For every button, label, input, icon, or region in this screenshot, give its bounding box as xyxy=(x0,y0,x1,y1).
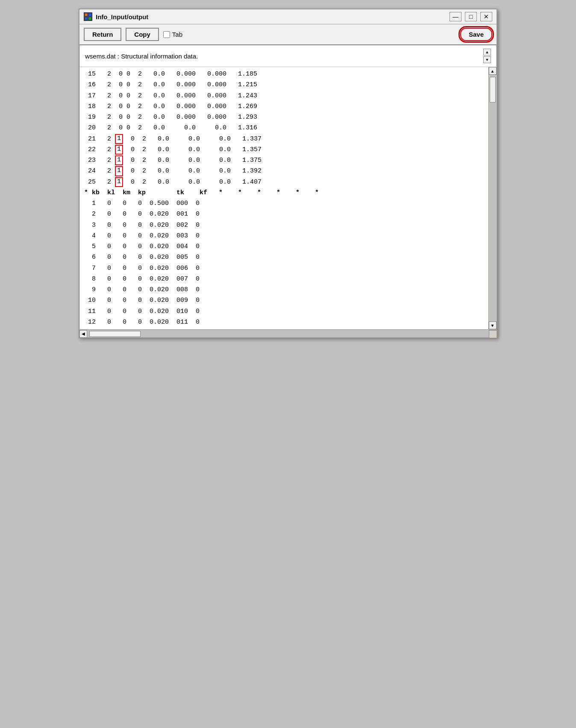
table-row: 11 0 0 0 0.020 010 0 xyxy=(80,306,488,317)
table-row: 22 2 1 0 2 0.0 0.0 0.0 1.357 xyxy=(80,144,488,155)
content-area: 15 2 0 0 2 0.0 0.000 0.000 1.185 16 2 0 … xyxy=(79,67,497,330)
svg-rect-3 xyxy=(88,17,91,20)
h-scroll-left-button[interactable]: ◀ xyxy=(79,330,87,338)
table-row: 23 2 1 0 2 0.0 0.0 0.0 1.375 xyxy=(80,155,488,166)
top-rows-section: 15 2 0 0 2 0.0 0.000 0.000 1.185 16 2 0 … xyxy=(80,69,488,187)
scroll-up-arrow[interactable]: ▲ xyxy=(483,49,491,56)
svg-rect-1 xyxy=(88,13,91,16)
toolbar: Return Copy Tab Save xyxy=(79,24,497,45)
h-scroll-thumb[interactable] xyxy=(89,331,141,337)
table-row: 18 2 0 0 2 0.0 0.000 0.000 1.269 xyxy=(80,101,488,112)
close-button[interactable]: ✕ xyxy=(480,12,492,21)
tab-checkbox-area: Tab xyxy=(163,31,182,38)
table-row: 17 2 0 0 2 0.0 0.000 0.000 1.243 xyxy=(80,91,488,101)
table-row: 16 2 0 0 2 0.0 0.000 0.000 1.215 xyxy=(80,79,488,90)
info-text: wsems.dat : Structural information data. xyxy=(85,53,198,60)
highlighted-cell: 1 xyxy=(115,177,123,187)
tab-label: Tab xyxy=(172,31,182,38)
main-window: Info_Input/output — □ ✕ Return Copy Tab … xyxy=(79,9,497,338)
maximize-button[interactable]: □ xyxy=(465,12,477,21)
return-button[interactable]: Return xyxy=(84,28,121,41)
data-table: 15 2 0 0 2 0.0 0.000 0.000 1.185 16 2 0 … xyxy=(80,67,488,329)
copy-button[interactable]: Copy xyxy=(126,28,159,41)
scroll-down-arrow[interactable]: ▼ xyxy=(483,56,491,63)
table-row: 15 2 0 0 2 0.0 0.000 0.000 1.185 xyxy=(80,69,488,79)
table-row: 25 2 1 0 2 0.0 0.0 0.0 1.407 xyxy=(80,177,488,187)
section-header-row: * kb kl km kp tk kf * * * * * * xyxy=(80,187,488,198)
highlighted-cell: 1 xyxy=(115,145,123,155)
table-row: 10 0 0 0 0.020 009 0 xyxy=(80,295,488,306)
svg-rect-2 xyxy=(85,17,88,20)
tab-checkbox[interactable] xyxy=(163,31,170,38)
title-bar: Info_Input/output — □ ✕ xyxy=(79,9,497,24)
v-scroll-track[interactable] xyxy=(489,75,496,322)
highlighted-cell: 1 xyxy=(115,166,123,176)
bottom-rows-section: 1 0 0 0 0.500 000 0 2 0 0 0 0.020 001 0 … xyxy=(80,198,488,327)
header-text: * kb kl km kp tk kf * * * * * * xyxy=(84,188,319,198)
table-row: 3 0 0 0 0.020 002 0 xyxy=(80,220,488,231)
title-bar-left: Info_Input/output xyxy=(84,12,148,21)
table-row: 24 2 1 0 2 0.0 0.0 0.0 1.392 xyxy=(80,166,488,176)
table-row: 6 0 0 0 0.020 005 0 xyxy=(80,252,488,263)
highlighted-cell: 1 xyxy=(115,155,123,165)
minimize-button[interactable]: — xyxy=(450,12,461,21)
vertical-scrollbar: ▲ ▼ xyxy=(488,67,496,329)
scrollbar-corner xyxy=(489,330,497,338)
table-row: 21 2 1 0 2 0.0 0.0 0.0 1.337 xyxy=(80,134,488,144)
window-title: Info_Input/output xyxy=(96,13,148,20)
table-row: 2 0 0 0 0.020 001 0 xyxy=(80,209,488,219)
horizontal-scrollbar: ◀ xyxy=(79,330,497,337)
table-row: 5 0 0 0 0.020 004 0 xyxy=(80,241,488,252)
table-row: 19 2 0 0 2 0.0 0.000 0.000 1.293 xyxy=(80,112,488,123)
table-row: 7 0 0 0 0.020 006 0 xyxy=(80,263,488,274)
window-icon xyxy=(84,12,92,21)
info-scrollbar: ▲ ▼ xyxy=(483,49,491,63)
table-row: 4 0 0 0 0.020 003 0 xyxy=(80,231,488,241)
v-scroll-thumb[interactable] xyxy=(490,77,496,102)
table-row: 12 0 0 0 0.020 011 0 xyxy=(80,317,488,327)
v-scroll-down-button[interactable]: ▼ xyxy=(489,322,497,329)
table-row: 9 0 0 0 0.020 008 0 xyxy=(80,284,488,295)
window-controls: — □ ✕ xyxy=(450,12,492,21)
svg-rect-0 xyxy=(85,13,88,16)
h-scroll-track[interactable] xyxy=(87,330,489,337)
table-row: 8 0 0 0 0.020 007 0 xyxy=(80,274,488,284)
table-row: 1 0 0 0 0.500 000 0 xyxy=(80,198,488,209)
v-scroll-up-button[interactable]: ▲ xyxy=(489,67,497,75)
table-row: 20 2 0 0 2 0.0 0.0 0.0 1.316 xyxy=(80,123,488,133)
save-button[interactable]: Save xyxy=(460,28,492,41)
info-bar: wsems.dat : Structural information data.… xyxy=(79,45,497,67)
highlighted-cell: 1 xyxy=(115,134,123,144)
